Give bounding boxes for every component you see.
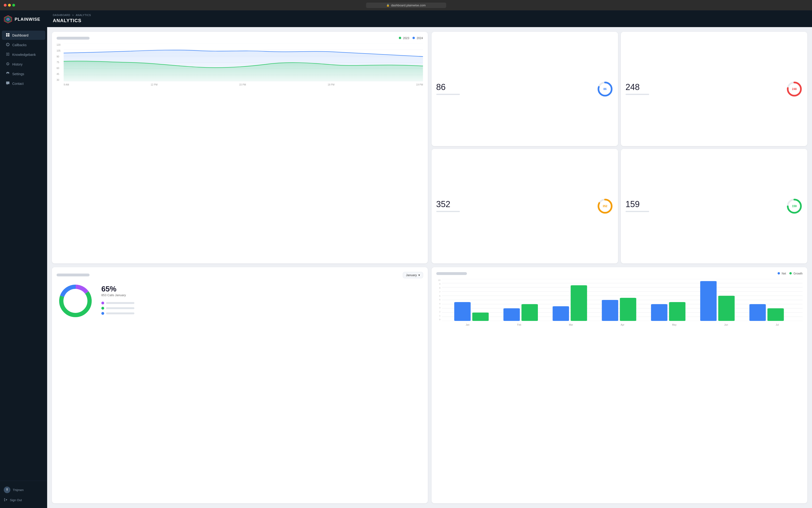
svg-point-3 [7, 18, 9, 20]
sidebar-item-knowledgebank[interactable]: Knowledgebank [2, 50, 45, 59]
legend-2024: 2024 [412, 37, 423, 40]
sidebar-label-settings: Settings [12, 72, 24, 76]
url-bar[interactable]: 🔒 dashboard.plainwise.com [366, 3, 446, 8]
bar-x-labels: JanFebMarAprMayJunJul [442, 324, 803, 326]
logo-area: PLAINWISE [0, 10, 47, 28]
svg-rect-46 [651, 304, 667, 321]
user-profile[interactable]: T Thijmen [4, 485, 43, 495]
settings-icon [6, 72, 10, 76]
stats-grid: 86 86 248 [432, 32, 808, 263]
pie-content: 65% 853 Calls January [56, 282, 423, 320]
line-chart-area: 1201059075604530 [56, 44, 423, 86]
bar-y-labels: 109876 543210 [436, 279, 441, 321]
stat-value-352: 352 [436, 200, 460, 209]
logo-icon [4, 15, 12, 24]
sidebar-nav: Dashboard Callbacks Knowledgebank Histor… [0, 28, 47, 481]
sidebar: PLAINWISE Dashboard Callbacks Knowledgeb… [0, 10, 47, 508]
topbar: DASHBOARD > ANALYTICS ANALYTICS [47, 10, 812, 27]
bar-title-placeholder [436, 272, 467, 275]
stat-left-352: 352 [436, 200, 460, 212]
legend-bar-purple [106, 302, 134, 304]
legend-item-blue [102, 312, 423, 315]
callbacks-icon [6, 43, 10, 47]
maximize-button[interactable] [12, 4, 15, 7]
sidebar-item-contact[interactable]: Contact [2, 79, 45, 88]
svg-rect-38 [454, 302, 471, 321]
stat-left-248: 248 [625, 83, 649, 95]
svg-rect-6 [6, 35, 7, 37]
app-container: PLAINWISE Dashboard Callbacks Knowledgeb… [0, 10, 812, 508]
donut-label-86: 86 [597, 81, 613, 97]
dashboard-icon [6, 33, 10, 38]
donut-352: 352 [597, 198, 613, 214]
donut-248: 248 [786, 81, 803, 97]
y-axis-labels: 1201059075604530 [56, 44, 63, 81]
logo-text: PLAINWISE [14, 17, 40, 22]
sidebar-label-callbacks: Callbacks [12, 43, 27, 47]
sidebar-item-dashboard[interactable]: Dashboard [2, 31, 45, 40]
knowledgebank-icon [6, 52, 10, 57]
stat-card-159: 159 159 [621, 149, 807, 263]
stat-bar-352 [436, 211, 460, 212]
svg-rect-48 [700, 281, 717, 321]
legend-color-purple [102, 302, 104, 304]
legend-dot-growth [789, 272, 792, 274]
line-chart-card: 2023 2024 1201059075604530 [52, 32, 428, 263]
stat-card-352: 352 352 [432, 149, 618, 263]
pie-chart-donut [56, 282, 94, 320]
main-content: DASHBOARD > ANALYTICS ANALYTICS 2023 [47, 10, 812, 508]
svg-rect-49 [718, 296, 735, 321]
stat-value-159: 159 [625, 200, 649, 209]
bar-legend: Net Growth [778, 272, 803, 275]
month-selector[interactable]: January ▾ [403, 272, 423, 278]
svg-rect-41 [521, 304, 538, 321]
legend-dot-2024 [412, 37, 415, 39]
close-button[interactable] [4, 4, 7, 7]
dashboard-grid: 2023 2024 1201059075604530 [47, 27, 812, 508]
stat-card-248: 248 248 [621, 32, 807, 146]
pie-title-placeholder [56, 273, 89, 277]
user-avatar: T [4, 486, 10, 493]
donut-159: 159 [786, 198, 803, 214]
sign-out-icon [4, 498, 7, 502]
month-label: January [406, 273, 417, 277]
url-text: dashboard.plainwise.com [391, 4, 426, 7]
x-axis-labels: 9 AM12 PM15 PM18 PM19 PM [64, 83, 423, 86]
sidebar-item-history[interactable]: History [2, 59, 45, 69]
bar-chart-area: 109876 543210 [436, 279, 803, 326]
svg-rect-42 [553, 306, 569, 321]
pie-card-header: January ▾ [56, 272, 423, 278]
sidebar-item-settings[interactable]: Settings [2, 69, 45, 79]
svg-rect-5 [8, 33, 9, 35]
legend-bar-blue [106, 312, 134, 314]
svg-rect-51 [767, 308, 784, 321]
stat-value-248: 248 [625, 83, 649, 91]
donut-label-159: 159 [786, 198, 803, 214]
svg-rect-50 [749, 304, 766, 321]
svg-rect-44 [602, 300, 618, 321]
breadcrumb: DASHBOARD > ANALYTICS [53, 14, 806, 16]
sidebar-item-callbacks[interactable]: Callbacks [2, 40, 45, 49]
legend-item-purple [102, 302, 423, 304]
chart-legend: 2023 2024 [399, 37, 423, 40]
bar-chart-card: Net Growth 109876 543210 [432, 267, 808, 504]
legend-color-green [102, 307, 104, 310]
pie-chart-card: January ▾ [52, 267, 428, 504]
minimize-button[interactable] [8, 4, 11, 7]
pie-stats: 65% 853 Calls January [102, 285, 423, 317]
browser-chrome: 🔒 dashboard.plainwise.com [0, 0, 812, 10]
sidebar-bottom: T Thijmen Sign Out [0, 481, 47, 508]
legend-dot-net [778, 272, 780, 274]
svg-rect-4 [6, 33, 7, 35]
donut-label-248: 248 [786, 81, 803, 97]
chart-title-placeholder [56, 37, 89, 40]
line-chart-svg-wrap [64, 44, 423, 81]
sign-out-button[interactable]: Sign Out [4, 496, 43, 504]
legend-item-green [102, 307, 423, 310]
history-icon [6, 62, 10, 67]
sidebar-label-contact: Contact [12, 82, 24, 86]
svg-rect-45 [620, 298, 636, 321]
svg-rect-7 [8, 35, 9, 37]
window-controls [4, 4, 15, 7]
svg-rect-43 [571, 285, 587, 321]
